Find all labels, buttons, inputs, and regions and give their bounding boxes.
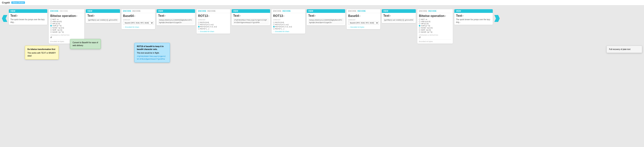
opt12-and[interactable]: AND (a & b) <box>419 21 451 23</box>
card-7-title[interactable]: Text ▾ <box>233 14 268 18</box>
card-8-title[interactable]: ROT13 ▾ <box>273 14 304 18</box>
card-view-text-2: VIEW Text ▾ [g2/rflä(m) xa/r m/ekb('y')]… <box>86 9 120 23</box>
tooltip-gray-body: Full recovery of plain text <box>609 48 640 51</box>
card-4-tabs: ENCODE DECODE <box>123 10 141 12</box>
opt12-xor[interactable]: XOR (a ^ b) <box>419 25 451 27</box>
card-1-header: VIEW <box>9 9 47 13</box>
opt8-rot47[interactable]: ROT47 (…) <box>273 28 304 30</box>
tooltip-gray: Full recovery of plain text <box>606 46 642 53</box>
opt12-or[interactable]: OR (a | b) <box>419 23 451 25</box>
card-3-title[interactable]: Text ▾ <box>87 14 118 18</box>
card-12-header: ENCODE DECODE <box>417 9 453 13</box>
radio-and <box>50 21 52 22</box>
opt8-rot13[interactable]: ROT13 (A-Z, a-z) <box>273 24 304 26</box>
card-4-title[interactable]: Base64 ▾ <box>123 14 154 18</box>
card-view-text-5: VIEW Text ▾ N2QuL3S6ZmxAL219MHNl2lgBy9le… <box>307 9 345 25</box>
tooltip-green-body: Convert to Base64 for ease of web delive… <box>72 41 98 47</box>
radio6-rot13 <box>198 24 200 25</box>
card-9-body: Text ▾ N2QuL3S6ZmxAL219MHNl2lgBy9lem3/FC… <box>307 13 345 25</box>
card-13-title[interactable]: Text ▾ <box>456 14 491 18</box>
right-arrow <box>494 15 500 22</box>
card-4-tab-encode[interactable]: ENCODE <box>123 10 131 12</box>
card-11-header-label: VIEW <box>383 10 388 12</box>
card-1-title[interactable]: Text ▾ <box>10 14 46 18</box>
card-5-input[interactable]: N2QuL3S6ZmxAL219MHNl2lgBy9lem3/FCkgmqbL3… <box>158 18 194 24</box>
card-5-title[interactable]: Text ▾ <box>158 14 194 18</box>
radio8-rot5 <box>273 22 275 23</box>
card-6-caret: ▾ <box>208 15 209 17</box>
card-2-options: NOT ~a AND (a & b) OR (a | b) XOR (a ^ b… <box>50 19 83 33</box>
card-11-input[interactable]: [g2/rflä(m) xa/r m/ekb('y')]; g2/cmv/k'k… <box>383 18 414 22</box>
opt12-nor[interactable]: NOR ~(a | b) <box>419 29 451 31</box>
left-arrow <box>2 15 7 22</box>
card-5-body: Text ▾ N2QuL3S6ZmxAL219MHNl2lgBy9lem3/FC… <box>157 13 195 25</box>
card-2-tab-decode[interactable]: DECODE <box>60 10 68 12</box>
card-12-body: Bitwise operation ▾ NOT ~a AND (a & b) O… <box>417 13 453 44</box>
card-1-header-label: VIEW <box>10 10 15 12</box>
radio8-rot18 <box>273 26 275 28</box>
radio6-rot5 <box>198 22 200 23</box>
card-10-tab-encode[interactable]: ENCODE <box>348 10 356 12</box>
card-11-body: Text ▾ [g2/rflä(m) xa/r m/ekb('y')]; g2/… <box>382 13 416 23</box>
opt-nxor[interactable]: NXOR ~(a ^ b) <box>50 31 83 33</box>
support-badge[interactable]: Slava Ukraini <box>11 1 25 4</box>
opt12-nand[interactable]: NAND ~(a & b) <box>419 27 451 29</box>
card-8-caret: ▾ <box>283 15 284 17</box>
opt12-not[interactable]: NOT ~a <box>419 19 451 20</box>
card-2-tab-encode[interactable]: ENCODE <box>50 10 58 12</box>
opt6-rot13[interactable]: ROT13 (A-Z, a-z) <box>198 24 228 26</box>
card-10-header: ENCODE DECODE <box>347 9 380 13</box>
card-10-tab-decode[interactable]: DECODE <box>358 10 366 12</box>
card-4-tab-decode[interactable]: DECODE <box>132 10 140 12</box>
card-12-tab-encode[interactable]: ENCODE <box>419 10 427 12</box>
card-4-variant-select[interactable]: Base64 (RFC 3548, RFC 4648) <box>123 21 154 25</box>
opt-not[interactable]: NOT ~a <box>50 19 83 20</box>
opt-or[interactable]: OR (a | b) <box>50 23 83 25</box>
card-2-title[interactable]: Bitwise operation ▾ <box>50 14 83 18</box>
opt-nand[interactable]: NAND ~(a & b) <box>50 27 83 29</box>
card-12-title[interactable]: Bitwise operation ▾ <box>419 14 451 18</box>
card-8-header: ENCODE DECODE <box>272 9 305 13</box>
opt12-nxor[interactable]: NXOR ~(a ^ b) <box>419 31 451 33</box>
card-3-input[interactable]: [g2/rflä(m) xa/r m/ekb('y')]; g2/cmv/k'k… <box>87 18 118 22</box>
radio-nor <box>50 29 52 31</box>
card-encode-rot13-1: ENCODE DECODE ROT13 ▾ VARIANT ROT5 (0-9)… <box>196 9 230 34</box>
card-view-text-4: VIEW Text ▾ 2TqfY801RdxxY784LUsqU7yYgtsY… <box>232 9 270 25</box>
card-view-text-1: VIEW Text ▾ The quick brown fox jumps ov… <box>9 9 47 25</box>
card-6-tab-encode[interactable]: ENCODE <box>198 10 206 12</box>
opt8-rot18[interactable]: ROT18 (0-9, A-Z, a-z) <box>273 26 304 28</box>
canvas: Do bitwise transformation first This wor… <box>0 5 644 147</box>
card-8-tab-encode[interactable]: ENCODE <box>273 10 282 12</box>
card-3-header-label: VIEW <box>87 10 92 12</box>
radio6-rot47 <box>198 28 200 30</box>
opt-xor[interactable]: XOR (a ^ b) <box>50 25 83 27</box>
card-7-input[interactable]: 2TqfY801RdxxY784LUsqU7yYgtsYrZ k/qPkYr2b… <box>233 18 268 24</box>
card-9-title[interactable]: Text ▾ <box>308 14 344 18</box>
card-12-caret: ▾ <box>445 15 446 17</box>
opt6-rot5[interactable]: ROT5 (0-9) <box>198 22 228 24</box>
card-4-header: ENCODE DECODE <box>122 9 155 13</box>
card-2-operand-value[interactable]: df <box>50 36 83 38</box>
opt6-rot47[interactable]: ROT47 (…) <box>198 28 228 30</box>
card-2-header: ENCODE DECODE <box>49 9 84 13</box>
card-6-title[interactable]: ROT13 ▾ <box>198 14 228 18</box>
card-6-tab-decode[interactable]: DECODE <box>207 10 216 12</box>
tooltip-blue-title: ROT18 of base64 to keep it in base64 cha… <box>137 45 168 51</box>
card-8-tab-decode[interactable]: DECODE <box>282 10 290 12</box>
topbar: Cryptii Slava Ukraini <box>0 0 644 5</box>
opt-nor[interactable]: NOR ~(a | b) <box>50 29 83 31</box>
card-10-variant-select[interactable]: Base64 (RFC 3548, RFC 4648) <box>348 21 379 25</box>
card-10-title[interactable]: Base64 ▾ <box>348 14 379 18</box>
radio12-or <box>419 23 420 24</box>
card-encode-base64-1: ENCODE DECODE Base64 ▾ VARIANT Base64 (R… <box>122 9 155 29</box>
card-2-caret: ▾ <box>76 15 77 17</box>
opt-and[interactable]: AND (a & b) <box>50 21 83 23</box>
card-9-input[interactable]: N2QuL3S6ZmxAL219MHNl2lgBy9lem3/FCkgmqbL3… <box>308 18 344 24</box>
card-12-tab-decode[interactable]: DECODE <box>428 10 436 12</box>
opt8-rot5[interactable]: ROT5 (0-9) <box>273 22 304 24</box>
card-decode-rot13-1: ENCODE DECODE ROT13 ▾ VARIANT ROT5 (0-9)… <box>272 9 305 34</box>
card-12-operand-value[interactable]: df <box>419 36 451 38</box>
card-9-header: VIEW <box>307 9 345 13</box>
opt6-rot18[interactable]: ROT18 (0-9, A-Z, a-z) <box>198 26 228 28</box>
card-11-title[interactable]: Text ▾ <box>383 14 414 18</box>
